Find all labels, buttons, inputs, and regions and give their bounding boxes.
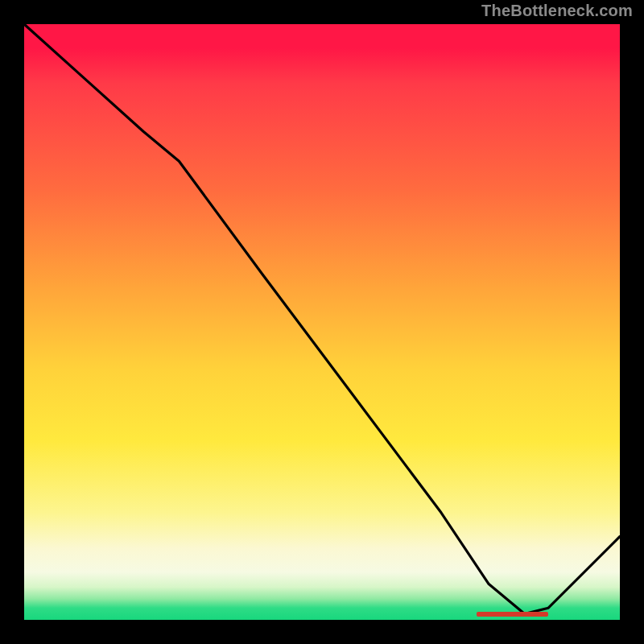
watermark-label: TheBottleneck.com <box>481 2 633 20</box>
bottleneck-curve <box>24 24 620 620</box>
chart-container: TheBottleneck.com <box>0 0 644 644</box>
optimum-range-marker <box>477 612 548 617</box>
plot-area <box>24 24 620 620</box>
